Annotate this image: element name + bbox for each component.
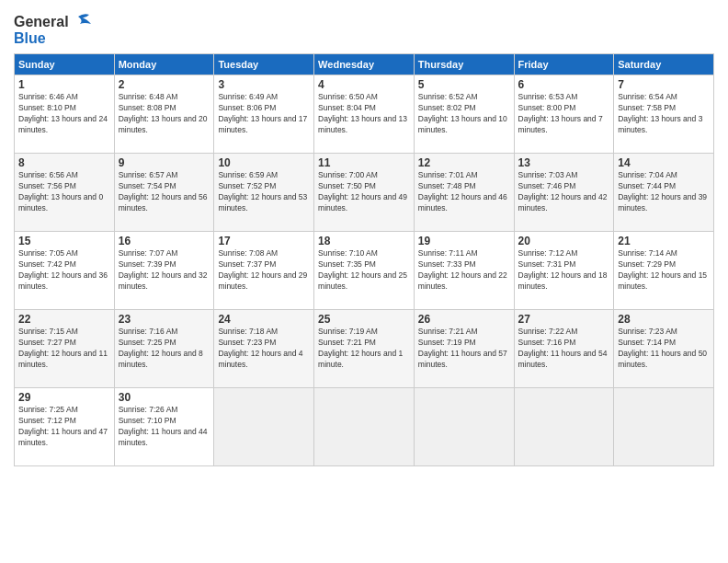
day-info: Sunrise: 7:19 AMSunset: 7:21 PMDaylight:…	[318, 327, 410, 371]
day-info: Sunrise: 6:53 AMSunset: 8:00 PMDaylight:…	[518, 92, 610, 136]
calendar-body: 1 Sunrise: 6:46 AMSunset: 8:10 PMDayligh…	[15, 75, 714, 466]
day-info: Sunrise: 7:10 AMSunset: 7:35 PMDaylight:…	[318, 248, 410, 293]
day-header-thursday: Thursday	[414, 54, 514, 75]
calendar-cell: 23 Sunrise: 7:16 AMSunset: 7:25 PMDaylig…	[114, 310, 214, 388]
day-number: 11	[318, 156, 410, 169]
day-number: 19	[418, 235, 510, 247]
day-number: 9	[119, 156, 210, 169]
calendar-cell: 5 Sunrise: 6:52 AMSunset: 8:02 PMDayligh…	[414, 75, 514, 154]
logo-bird-icon	[71, 13, 91, 29]
calendar-cell: 14 Sunrise: 7:04 AMSunset: 7:44 PMDaylig…	[614, 154, 714, 232]
calendar-cell: 8 Sunrise: 6:56 AMSunset: 7:56 PMDayligh…	[15, 154, 115, 232]
day-number: 8	[18, 156, 110, 169]
day-header-tuesday: Tuesday	[214, 54, 314, 75]
calendar-cell: 26 Sunrise: 7:21 AMSunset: 7:19 PMDaylig…	[414, 310, 514, 388]
day-info: Sunrise: 7:07 AMSunset: 7:39 PMDaylight:…	[119, 248, 210, 293]
day-number: 2	[119, 78, 210, 91]
day-number: 22	[18, 313, 110, 326]
calendar-cell: 4 Sunrise: 6:50 AMSunset: 8:04 PMDayligh…	[314, 75, 415, 154]
day-info: Sunrise: 7:18 AMSunset: 7:23 PMDaylight:…	[218, 327, 310, 371]
day-number: 21	[618, 235, 710, 247]
day-info: Sunrise: 6:49 AMSunset: 8:06 PMDaylight:…	[218, 92, 310, 136]
day-number: 3	[218, 78, 310, 91]
calendar-cell: 12 Sunrise: 7:01 AMSunset: 7:48 PMDaylig…	[414, 154, 514, 232]
day-info: Sunrise: 6:57 AMSunset: 7:54 PMDaylight:…	[119, 170, 210, 214]
day-number: 4	[318, 78, 410, 91]
calendar-cell: 16 Sunrise: 7:07 AMSunset: 7:39 PMDaylig…	[114, 232, 214, 310]
day-number: 28	[618, 313, 710, 326]
day-info: Sunrise: 7:05 AMSunset: 7:42 PMDaylight:…	[18, 248, 110, 293]
day-info: Sunrise: 7:04 AMSunset: 7:44 PMDaylight:…	[618, 170, 710, 214]
calendar-cell: 27 Sunrise: 7:22 AMSunset: 7:16 PMDaylig…	[514, 310, 614, 388]
day-info: Sunrise: 7:25 AMSunset: 7:12 PMDaylight:…	[18, 405, 110, 449]
day-number: 6	[518, 78, 610, 91]
calendar-cell: 22 Sunrise: 7:15 AMSunset: 7:27 PMDaylig…	[15, 310, 115, 388]
calendar-cell: 11 Sunrise: 7:00 AMSunset: 7:50 PMDaylig…	[314, 154, 415, 232]
week-row-4: 22 Sunrise: 7:15 AMSunset: 7:27 PMDaylig…	[15, 310, 714, 388]
day-header-wednesday: Wednesday	[314, 54, 415, 75]
week-row-3: 15 Sunrise: 7:05 AMSunset: 7:42 PMDaylig…	[15, 232, 714, 310]
calendar-cell: 1 Sunrise: 6:46 AMSunset: 8:10 PMDayligh…	[15, 75, 115, 154]
day-info: Sunrise: 7:01 AMSunset: 7:48 PMDaylight:…	[418, 170, 510, 214]
day-info: Sunrise: 7:14 AMSunset: 7:29 PMDaylight:…	[618, 248, 710, 293]
calendar-cell: 7 Sunrise: 6:54 AMSunset: 7:58 PMDayligh…	[614, 75, 714, 154]
calendar-cell: 25 Sunrise: 7:19 AMSunset: 7:21 PMDaylig…	[314, 310, 415, 388]
day-info: Sunrise: 7:00 AMSunset: 7:50 PMDaylight:…	[318, 170, 410, 214]
day-info: Sunrise: 7:16 AMSunset: 7:25 PMDaylight:…	[119, 327, 210, 371]
day-header-friday: Friday	[514, 54, 614, 75]
calendar-cell	[414, 388, 514, 466]
day-number: 12	[418, 156, 510, 169]
day-number: 25	[318, 313, 410, 326]
calendar-cell	[514, 388, 614, 466]
calendar-cell: 29 Sunrise: 7:25 AMSunset: 7:12 PMDaylig…	[15, 388, 115, 466]
day-number: 10	[218, 156, 310, 169]
calendar-cell: 17 Sunrise: 7:08 AMSunset: 7:37 PMDaylig…	[214, 232, 314, 310]
calendar-cell	[614, 388, 714, 466]
day-number: 16	[119, 235, 210, 247]
day-info: Sunrise: 7:03 AMSunset: 7:46 PMDaylight:…	[518, 170, 610, 214]
day-header-saturday: Saturday	[614, 54, 714, 75]
day-info: Sunrise: 7:22 AMSunset: 7:16 PMDaylight:…	[518, 327, 610, 371]
calendar-cell: 30 Sunrise: 7:26 AMSunset: 7:10 PMDaylig…	[114, 388, 214, 466]
day-number: 29	[18, 391, 110, 404]
day-number: 30	[119, 391, 210, 404]
day-number: 17	[218, 235, 310, 247]
calendar-cell: 15 Sunrise: 7:05 AMSunset: 7:42 PMDaylig…	[15, 232, 115, 310]
day-number: 18	[318, 235, 410, 247]
calendar-table: SundayMondayTuesdayWednesdayThursdayFrid…	[14, 53, 714, 466]
day-info: Sunrise: 7:15 AMSunset: 7:27 PMDaylight:…	[18, 327, 110, 371]
week-row-1: 1 Sunrise: 6:46 AMSunset: 8:10 PMDayligh…	[15, 75, 714, 154]
day-number: 24	[218, 313, 310, 326]
day-info: Sunrise: 7:26 AMSunset: 7:10 PMDaylight:…	[119, 405, 210, 449]
logo: General Blue	[14, 14, 91, 46]
day-info: Sunrise: 7:08 AMSunset: 7:37 PMDaylight:…	[218, 248, 310, 293]
day-number: 15	[18, 235, 110, 247]
logo-blue-text: Blue	[14, 30, 91, 47]
calendar-cell: 21 Sunrise: 7:14 AMSunset: 7:29 PMDaylig…	[614, 232, 714, 310]
calendar-cell: 18 Sunrise: 7:10 AMSunset: 7:35 PMDaylig…	[314, 232, 415, 310]
calendar-cell: 2 Sunrise: 6:48 AMSunset: 8:08 PMDayligh…	[114, 75, 214, 154]
day-header-sunday: Sunday	[15, 54, 115, 75]
day-number: 5	[418, 78, 510, 91]
calendar-cell: 13 Sunrise: 7:03 AMSunset: 7:46 PMDaylig…	[514, 154, 614, 232]
calendar-cell: 10 Sunrise: 6:59 AMSunset: 7:52 PMDaylig…	[214, 154, 314, 232]
calendar-cell: 9 Sunrise: 6:57 AMSunset: 7:54 PMDayligh…	[114, 154, 214, 232]
week-row-5: 29 Sunrise: 7:25 AMSunset: 7:12 PMDaylig…	[15, 388, 714, 466]
calendar-cell	[214, 388, 314, 466]
day-info: Sunrise: 7:23 AMSunset: 7:14 PMDaylight:…	[618, 327, 710, 371]
week-row-2: 8 Sunrise: 6:56 AMSunset: 7:56 PMDayligh…	[15, 154, 714, 232]
day-info: Sunrise: 7:12 AMSunset: 7:31 PMDaylight:…	[518, 248, 610, 293]
day-info: Sunrise: 6:46 AMSunset: 8:10 PMDaylight:…	[18, 92, 110, 136]
calendar-cell	[314, 388, 415, 466]
day-number: 23	[119, 313, 210, 326]
day-info: Sunrise: 6:48 AMSunset: 8:08 PMDaylight:…	[119, 92, 210, 136]
day-number: 1	[18, 78, 110, 91]
day-info: Sunrise: 7:11 AMSunset: 7:33 PMDaylight:…	[418, 248, 510, 293]
calendar-cell: 3 Sunrise: 6:49 AMSunset: 8:06 PMDayligh…	[214, 75, 314, 154]
day-info: Sunrise: 6:54 AMSunset: 7:58 PMDaylight:…	[618, 92, 710, 136]
calendar-cell: 20 Sunrise: 7:12 AMSunset: 7:31 PMDaylig…	[514, 232, 614, 310]
day-info: Sunrise: 7:21 AMSunset: 7:19 PMDaylight:…	[418, 327, 510, 371]
page-container: General Blue SundayMondayTuesdayWednesda…	[0, 0, 728, 476]
day-info: Sunrise: 6:50 AMSunset: 8:04 PMDaylight:…	[318, 92, 410, 136]
calendar-cell: 24 Sunrise: 7:18 AMSunset: 7:23 PMDaylig…	[214, 310, 314, 388]
